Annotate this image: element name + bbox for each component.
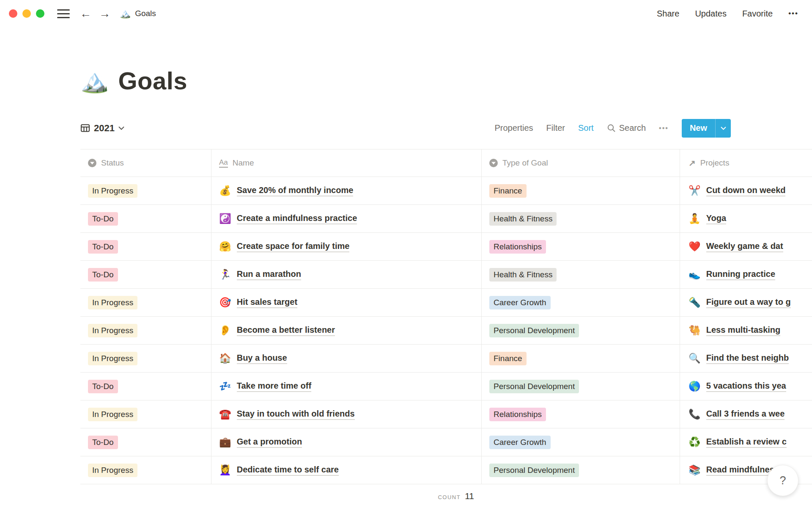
name-cell[interactable]: 💆‍♀️ Dedicate time to self care — [211, 456, 482, 484]
favorite-button[interactable]: Favorite — [742, 9, 773, 19]
updates-button[interactable]: Updates — [695, 9, 727, 19]
new-dropdown-button[interactable] — [716, 119, 731, 138]
back-arrow-icon[interactable]: ← — [80, 8, 91, 19]
forward-arrow-icon[interactable]: → — [99, 8, 110, 19]
goal-emoji-icon: 💤 — [219, 381, 231, 391]
project-emoji-icon: 📚 — [689, 465, 701, 475]
name-cell[interactable]: 👂 Become a better listener — [211, 317, 482, 345]
goal-name-link[interactable]: Stay in touch with old friends — [237, 409, 355, 420]
type-cell[interactable]: Relationships — [482, 233, 680, 261]
type-badge: Finance — [489, 184, 527, 198]
projects-cell[interactable]: ✂️ Cut down on weekd — [680, 177, 812, 205]
project-emoji-icon: 👟 — [689, 270, 701, 279]
project-link[interactable]: Find the best neighb — [706, 353, 789, 364]
share-button[interactable]: Share — [657, 9, 679, 19]
project-link[interactable]: Weekly game & dat — [706, 241, 783, 252]
column-header-projects[interactable]: ↗ Projects — [680, 149, 812, 177]
type-cell[interactable]: Relationships — [482, 400, 680, 428]
goal-name-link[interactable]: Get a promotion — [237, 437, 302, 448]
search-button[interactable]: Search — [607, 123, 646, 133]
goal-name-link[interactable]: Create space for family time — [237, 241, 350, 252]
status-cell[interactable]: In Progress — [80, 456, 211, 484]
help-button[interactable]: ? — [767, 465, 798, 496]
project-link[interactable]: Cut down on weekd — [706, 185, 786, 196]
projects-cell[interactable]: ❤️ Weekly game & dat — [680, 233, 812, 261]
projects-cell[interactable]: 🔍 Find the best neighb — [680, 345, 812, 373]
sort-button[interactable]: Sort — [578, 123, 594, 133]
goal-name-link[interactable]: Buy a house — [237, 353, 287, 364]
type-cell[interactable]: Personal Development — [482, 317, 680, 345]
goal-name-link[interactable]: Hit sales target — [237, 297, 297, 308]
close-window-button[interactable] — [9, 9, 17, 18]
goal-name-link[interactable]: Run a marathon — [237, 269, 301, 280]
type-cell[interactable]: Finance — [482, 177, 680, 205]
project-link[interactable]: Establish a review c — [706, 437, 787, 448]
project-link[interactable]: Figure out a way to g — [706, 297, 791, 308]
goal-name-link[interactable]: Take more time off — [237, 381, 311, 392]
projects-cell[interactable]: ♻️ Establish a review c — [680, 428, 812, 456]
status-cell[interactable]: In Progress — [80, 289, 211, 317]
minimize-window-button[interactable] — [22, 9, 31, 18]
status-cell[interactable]: In Progress — [80, 177, 211, 205]
status-cell[interactable]: In Progress — [80, 345, 211, 373]
properties-button[interactable]: Properties — [494, 123, 533, 133]
name-cell[interactable]: 🤗 Create space for family time — [211, 233, 482, 261]
name-cell[interactable]: 🎯 Hit sales target — [211, 289, 482, 317]
name-cell[interactable]: 💼 Get a promotion — [211, 428, 482, 456]
projects-cell[interactable]: 🌎 5 vacations this yea — [680, 373, 812, 400]
title-property-icon: Aa — [219, 158, 228, 168]
type-cell[interactable]: Personal Development — [482, 456, 680, 484]
projects-cell[interactable]: 🐫 Less multi-tasking — [680, 317, 812, 345]
status-cell[interactable]: To-Do — [80, 233, 211, 261]
name-cell[interactable]: 💤 Take more time off — [211, 373, 482, 400]
project-link[interactable]: Running practice — [706, 269, 775, 280]
name-cell[interactable]: 🏠 Buy a house — [211, 345, 482, 373]
zoom-window-button[interactable] — [36, 9, 44, 18]
column-header-name[interactable]: Aa Name — [211, 149, 482, 177]
projects-cell[interactable]: 📞 Call 3 friends a wee — [680, 400, 812, 428]
projects-cell[interactable]: 🔦 Figure out a way to g — [680, 289, 812, 317]
new-button[interactable]: New — [682, 119, 731, 138]
project-link[interactable]: 5 vacations this yea — [706, 381, 786, 392]
type-cell[interactable]: Career Growth — [482, 289, 680, 317]
page-title[interactable]: Goals — [118, 66, 187, 95]
goal-name-link[interactable]: Create a mindfulness practice — [237, 213, 357, 224]
view-more-icon[interactable]: ••• — [659, 124, 669, 132]
status-cell[interactable]: To-Do — [80, 428, 211, 456]
type-cell[interactable]: Health & Fitness — [482, 261, 680, 289]
type-cell[interactable]: Career Growth — [482, 428, 680, 456]
project-link[interactable]: Yoga — [706, 213, 726, 224]
status-badge: In Progress — [88, 324, 137, 337]
filter-button[interactable]: Filter — [546, 123, 565, 133]
goal-name-link[interactable]: Become a better listener — [237, 325, 335, 336]
page-icon[interactable]: 🏔️ — [80, 69, 109, 92]
name-cell[interactable]: ☯️ Create a mindfulness practice — [211, 205, 482, 233]
name-cell[interactable]: 🏃‍♀️ Run a marathon — [211, 261, 482, 289]
relation-property-icon: ↗ — [689, 158, 696, 168]
breadcrumb[interactable]: Goals — [135, 9, 156, 18]
status-cell[interactable]: In Progress — [80, 317, 211, 345]
name-cell[interactable]: 💰 Save 20% of monthly income — [211, 177, 482, 205]
column-header-status[interactable]: Status — [80, 149, 211, 177]
view-switcher[interactable]: 2021 — [80, 123, 124, 134]
type-cell[interactable]: Personal Development — [482, 373, 680, 400]
projects-cell[interactable]: 🧘 Yoga — [680, 205, 812, 233]
goal-name-link[interactable]: Save 20% of monthly income — [237, 185, 354, 196]
more-options-icon[interactable]: ••• — [788, 9, 798, 18]
name-cell[interactable]: ☎️ Stay in touch with old friends — [211, 400, 482, 428]
project-link[interactable]: Call 3 friends a wee — [706, 409, 785, 420]
column-header-type-of-goal[interactable]: Type of Goal — [482, 149, 680, 177]
status-cell[interactable]: In Progress — [80, 400, 211, 428]
count-footer[interactable]: COUNT 11 — [80, 484, 482, 501]
type-cell[interactable]: Finance — [482, 345, 680, 373]
search-label: Search — [619, 123, 646, 133]
type-cell[interactable]: Health & Fitness — [482, 205, 680, 233]
status-cell[interactable]: To-Do — [80, 261, 211, 289]
status-cell[interactable]: To-Do — [80, 373, 211, 400]
goal-name-link[interactable]: Dedicate time to self care — [237, 465, 339, 476]
status-cell[interactable]: To-Do — [80, 205, 211, 233]
projects-cell[interactable]: 👟 Running practice — [680, 261, 812, 289]
project-link[interactable]: Less multi-tasking — [706, 325, 781, 336]
goal-emoji-icon: 💼 — [219, 437, 231, 447]
sidebar-menu-icon[interactable] — [57, 9, 70, 18]
